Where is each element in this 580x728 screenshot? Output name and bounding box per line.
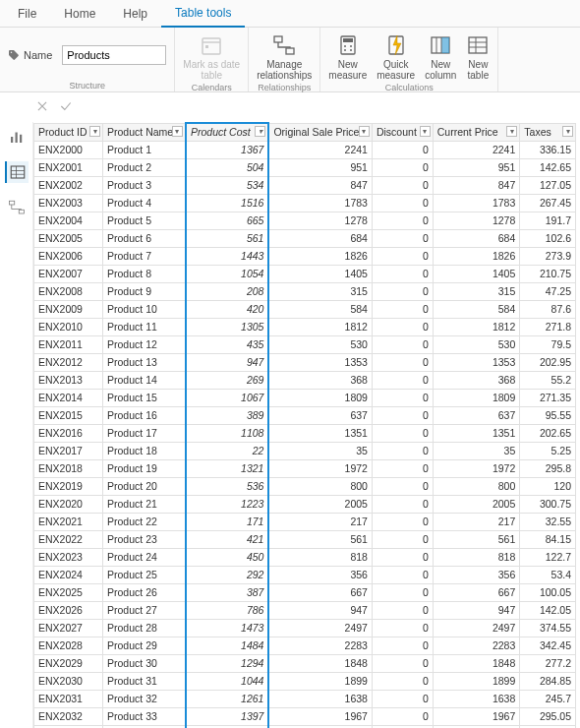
cell-curr[interactable]: 1278 [433,212,520,230]
cell-tax[interactable]: 277.2 [520,655,576,673]
table-row[interactable]: ENX2012Product 13947135301353202.95 [34,354,576,372]
cell-orig[interactable]: 667 [268,584,372,602]
cell-tax[interactable]: 374.55 [520,620,576,637]
cell-curr[interactable]: 951 [433,159,520,177]
report-view-button[interactable] [5,126,29,148]
cell-orig[interactable]: 2497 [268,620,372,637]
cell-cost[interactable]: 292 [186,567,268,584]
table-row[interactable]: ENX2004Product 5665127801278191.7 [34,212,576,230]
cell-disc[interactable]: 0 [372,496,433,514]
cell-orig[interactable]: 1809 [268,390,372,407]
cell-tax[interactable]: 142.65 [520,159,576,177]
cell-orig[interactable]: 561 [268,531,372,549]
cell-curr[interactable]: 637 [433,407,520,425]
filter-dropdown-icon[interactable]: ▾ [420,126,431,137]
cell-tax[interactable]: 191.7 [520,212,576,230]
cell-name[interactable]: Product 23 [103,531,186,549]
column-header-disc[interactable]: Discount▾ [372,123,433,142]
table-row[interactable]: ENX2003Product 41516178301783267.45 [34,195,576,212]
filter-dropdown-icon[interactable]: ▾ [506,126,517,137]
cell-cost[interactable]: 208 [186,283,268,301]
cell-orig[interactable]: 2283 [268,637,372,655]
cell-orig[interactable]: 1353 [268,354,372,372]
cell-cost[interactable]: 1484 [186,637,268,655]
cell-id[interactable]: ENX2030 [34,673,103,691]
cell-disc[interactable]: 0 [372,443,433,460]
cell-disc[interactable]: 0 [372,212,433,230]
cell-disc[interactable]: 0 [372,460,433,478]
cell-cost[interactable]: 421 [186,531,268,549]
cell-id[interactable]: ENX2005 [34,230,103,248]
cell-id[interactable]: ENX2029 [34,655,103,673]
manage-relationships-button[interactable]: Manage relationships [257,31,312,81]
cell-name[interactable]: Product 14 [103,372,186,390]
cell-id[interactable]: ENX2032 [34,708,103,726]
cell-tax[interactable]: 271.35 [520,390,576,407]
cell-id[interactable]: ENX2002 [34,177,103,195]
table-row[interactable]: ENX2016Product 171108135101351202.65 [34,425,576,443]
tab-home[interactable]: Home [50,1,109,27]
tab-help[interactable]: Help [109,1,161,27]
cell-disc[interactable]: 0 [372,708,433,726]
cell-tax[interactable]: 295.05 [520,708,576,726]
cancel-icon[interactable] [35,99,49,115]
cell-cost[interactable]: 786 [186,602,268,620]
cell-id[interactable]: ENX2026 [34,602,103,620]
cell-curr[interactable]: 561 [433,531,520,549]
cell-orig[interactable]: 1967 [268,708,372,726]
cell-curr[interactable]: 1848 [433,655,520,673]
cell-name[interactable]: Product 30 [103,655,186,673]
cell-cost[interactable]: 1223 [186,496,268,514]
cell-orig[interactable]: 1783 [268,195,372,212]
filter-dropdown-icon[interactable]: ▾ [255,126,265,137]
cell-id[interactable]: ENX2010 [34,319,103,336]
cell-curr[interactable]: 530 [433,336,520,354]
cell-tax[interactable]: 267.45 [520,195,576,212]
cell-disc[interactable]: 0 [372,354,433,372]
cell-id[interactable]: ENX2027 [34,620,103,637]
cell-cost[interactable]: 534 [186,177,268,195]
cell-cost[interactable]: 1108 [186,425,268,443]
cell-id[interactable]: ENX2018 [34,460,103,478]
cell-id[interactable]: ENX2004 [34,212,103,230]
cell-name[interactable]: Product 26 [103,584,186,602]
cell-id[interactable]: ENX2016 [34,425,103,443]
cell-tax[interactable]: 84.15 [520,531,576,549]
cell-tax[interactable]: 210.75 [520,266,576,283]
cell-curr[interactable]: 315 [433,283,520,301]
cell-disc[interactable]: 0 [372,266,433,283]
cell-cost[interactable]: 450 [186,549,268,567]
cell-tax[interactable]: 295.8 [520,460,576,478]
cell-curr[interactable]: 2497 [433,620,520,637]
cell-orig[interactable]: 1351 [268,425,372,443]
cell-disc[interactable]: 0 [372,319,433,336]
cell-curr[interactable]: 1972 [433,460,520,478]
cell-id[interactable]: ENX2000 [34,142,103,159]
cell-disc[interactable]: 0 [372,655,433,673]
cell-curr[interactable]: 1809 [433,390,520,407]
cell-tax[interactable]: 55.2 [520,372,576,390]
tab-table-tools[interactable]: Table tools [161,0,245,28]
cell-id[interactable]: ENX2012 [34,354,103,372]
cell-tax[interactable]: 102.6 [520,230,576,248]
cell-curr[interactable]: 667 [433,584,520,602]
table-row[interactable]: ENX2025Product 263876670667100.05 [34,584,576,602]
cell-disc[interactable]: 0 [372,372,433,390]
cell-name[interactable]: Product 16 [103,407,186,425]
cell-cost[interactable]: 947 [186,354,268,372]
cell-curr[interactable]: 368 [433,372,520,390]
tab-file[interactable]: File [4,1,50,27]
cell-id[interactable]: ENX2003 [34,195,103,212]
cell-id[interactable]: ENX2013 [34,372,103,390]
commit-icon[interactable] [59,99,73,115]
cell-id[interactable]: ENX2001 [34,159,103,177]
cell-cost[interactable]: 1516 [186,195,268,212]
cell-cost[interactable]: 1044 [186,673,268,691]
table-row[interactable]: ENX2014Product 151067180901809271.35 [34,390,576,407]
cell-tax[interactable]: 47.25 [520,283,576,301]
model-view-button[interactable] [5,197,29,218]
cell-cost[interactable]: 1261 [186,691,268,708]
cell-name[interactable]: Product 11 [103,319,186,336]
cell-id[interactable]: ENX2022 [34,531,103,549]
cell-curr[interactable]: 1353 [433,354,520,372]
